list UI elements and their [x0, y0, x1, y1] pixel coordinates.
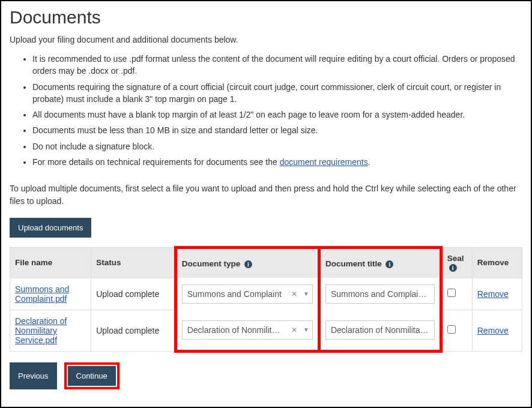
page-title: Documents	[10, 7, 522, 28]
table-row: Summons and Complaint.pdf Upload complet…	[10, 278, 522, 310]
col-document-type: Document type i	[175, 247, 319, 278]
col-document-title-label: Document title	[325, 259, 382, 268]
chevron-down-icon[interactable]: ▼	[300, 290, 312, 297]
instruction-item: It is recommended to use .pdf format unl…	[32, 53, 522, 77]
status-text: Upload complete	[91, 310, 175, 351]
document-type-value: Summons and Complaint	[183, 289, 288, 299]
col-seal: Seal i	[441, 247, 472, 278]
clear-icon[interactable]: ✕	[288, 326, 300, 334]
col-file-name: File name	[10, 247, 91, 278]
info-icon[interactable]: i	[449, 264, 457, 272]
instruction-item: All documents must have a blank top marg…	[32, 109, 522, 121]
col-status: Status	[91, 247, 175, 278]
col-remove: Remove	[472, 247, 522, 278]
continue-button[interactable]: Continue	[68, 366, 116, 386]
info-icon[interactable]: i	[244, 260, 252, 268]
intro-text: Upload your filing document and addition…	[10, 35, 522, 44]
col-document-type-label: Document type	[182, 259, 241, 268]
status-text: Upload complete	[91, 278, 175, 310]
document-type-value: Declaration of Nonmilitar…	[183, 325, 288, 335]
chevron-down-icon[interactable]: ▼	[300, 326, 312, 333]
continue-highlight: Continue	[64, 362, 119, 389]
instruction-link-prefix: For more details on technical requiremen…	[32, 157, 280, 167]
instruction-item: Do not include a signature block.	[32, 140, 522, 152]
document-type-select[interactable]: Summons and Complaint ✕ ▼	[182, 284, 313, 304]
remove-link[interactable]: Remove	[477, 289, 509, 299]
col-document-title: Document title i	[319, 247, 441, 278]
info-icon[interactable]: i	[385, 260, 393, 268]
document-requirements-link[interactable]: document requirements	[280, 157, 368, 167]
document-title-input[interactable]	[325, 320, 435, 340]
nav-buttons: Previous Continue	[10, 362, 522, 389]
table-row: Declaration of Nonmilitary Service.pdf U…	[10, 310, 522, 351]
file-name-link[interactable]: Summons and Complaint.pdf	[15, 284, 69, 304]
document-type-select[interactable]: Declaration of Nonmilitar… ✕ ▼	[182, 320, 313, 340]
instruction-item: Documents requiring the signature of a c…	[32, 81, 522, 106]
file-name-link[interactable]: Declaration of Nonmilitary Service.pdf	[15, 316, 67, 345]
documents-table: File name Status Document type i Documen…	[10, 246, 522, 353]
previous-button[interactable]: Previous	[10, 362, 57, 389]
multi-upload-text: To upload multiple documents, first sele…	[10, 182, 522, 207]
instruction-item: Documents must be less than 10 MB in siz…	[32, 124, 522, 136]
instruction-list: It is recommended to use .pdf format unl…	[10, 53, 522, 168]
instruction-link-suffix: .	[368, 157, 370, 167]
seal-checkbox[interactable]	[447, 325, 456, 334]
remove-link[interactable]: Remove	[477, 326, 509, 335]
clear-icon[interactable]: ✕	[288, 290, 300, 298]
col-seal-label: Seal	[447, 254, 464, 263]
seal-checkbox[interactable]	[447, 289, 456, 297]
document-title-input[interactable]	[325, 284, 435, 304]
instruction-item: For more details on technical requiremen…	[32, 156, 522, 168]
upload-documents-button[interactable]: Upload documents	[10, 218, 91, 238]
